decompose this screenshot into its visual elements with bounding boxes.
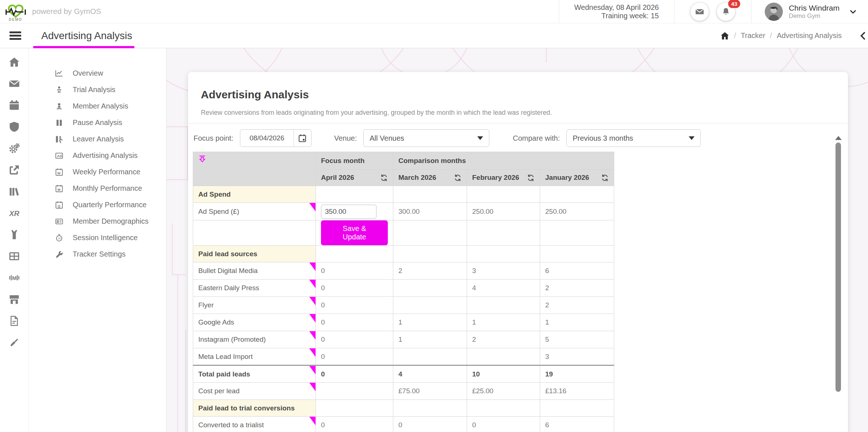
calendar-icon[interactable] <box>0 94 28 116</box>
value-cell <box>540 400 614 417</box>
sidebar-item-advertising-analysis[interactable]: AdAdvertising Analysis <box>29 147 166 164</box>
notifications-button[interactable]: 43 <box>717 3 735 21</box>
sidebar-item-overview[interactable]: Overview <box>29 65 166 82</box>
refresh-icon[interactable] <box>380 174 388 182</box>
sidebar-item-tracker-settings[interactable]: Tracker Settings <box>29 246 166 262</box>
focus-value-cell: Save & Update <box>316 220 393 246</box>
library-icon[interactable] <box>0 181 28 202</box>
comparison-months-group-header: Comparison months <box>393 152 614 170</box>
table-row: Total paid leads041019 <box>193 365 614 383</box>
focus-date-input[interactable]: 08/04/2026 <box>240 129 311 147</box>
sidebar-item-quarterly-performance[interactable]: QQuarterly Performance <box>29 197 166 213</box>
brand: DEMO powered by GymOS <box>0 1 101 22</box>
breadcrumb-tracker[interactable]: Tracker <box>741 31 765 40</box>
chevron-down-icon <box>849 8 857 16</box>
sidebar-item-leaver-analysis[interactable]: Leaver Analysis <box>29 131 166 147</box>
documents-icon[interactable] <box>0 310 28 331</box>
month-header-march: March 2026 <box>393 170 467 186</box>
save-update-button[interactable]: Save & Update <box>321 220 388 245</box>
table-row: Ad Spend (£)300.00250.00250.00 <box>193 203 614 220</box>
sidebar-item-label: Monthly Performance <box>73 184 142 193</box>
compare-with-select[interactable]: Previous 3 months <box>566 129 701 147</box>
tools-icon[interactable] <box>0 331 28 353</box>
sidebar-item-label: Weekly Performance <box>73 168 140 176</box>
value-cell: 6 <box>540 417 614 432</box>
ad-spend-input[interactable] <box>321 205 376 219</box>
row-label-cell: Meta Lead Import <box>193 348 316 365</box>
home-icon[interactable] <box>720 31 729 40</box>
scroll-up-arrow-icon[interactable] <box>835 136 842 140</box>
calendar-picker-button[interactable] <box>294 130 311 147</box>
venue-selected-value: All Venues <box>370 134 404 143</box>
value-cell: 2 <box>467 331 540 348</box>
date-block: Wednesday, 08 April 2026 Training week: … <box>559 3 674 20</box>
leaver-icon <box>55 135 64 143</box>
value-cell <box>393 297 467 314</box>
venue-label: Venue: <box>334 134 357 143</box>
heart-rate-icon[interactable]: M <box>0 267 28 288</box>
value-cell: 2 <box>393 262 467 280</box>
pin-column-icon[interactable] <box>198 155 310 163</box>
sidebar-item-monthly-performance[interactable]: MMonthly Performance <box>29 180 166 197</box>
value-cell <box>467 348 540 365</box>
user-name: Chris Windram <box>789 3 840 12</box>
shop-icon[interactable] <box>0 288 28 310</box>
table-row: Bullet Digital Media0236 <box>193 262 614 280</box>
section-header-cell: Ad Spend <box>193 186 316 203</box>
home-icon[interactable] <box>0 51 28 73</box>
section-row: Paid lead to trial conversions <box>193 400 614 417</box>
venue-select[interactable]: All Venues <box>363 129 489 147</box>
value-cell: 0 <box>316 365 393 383</box>
row-label-cell: Eastern Daily Press <box>193 280 316 297</box>
demographics-icon <box>55 217 64 226</box>
sidebar-item-pause-analysis[interactable]: Pause Analysis <box>29 114 166 131</box>
sidebar-item-label: Pause Analysis <box>73 118 122 127</box>
row-label-cell: Ad Spend (£) <box>193 203 316 220</box>
messages-icon[interactable] <box>0 73 28 94</box>
planner-icon[interactable] <box>0 245 28 267</box>
user-menu[interactable]: Chris Windram Demo Gym <box>752 0 868 23</box>
collapse-panel-icon[interactable] <box>859 31 868 41</box>
value-cell <box>540 186 614 203</box>
share-icon[interactable] <box>0 159 28 181</box>
focus-date-value[interactable]: 08/04/2026 <box>240 130 294 147</box>
table-row: Save & Update <box>193 220 614 246</box>
svg-text:M: M <box>57 187 60 191</box>
hamburger-menu-icon[interactable] <box>9 30 21 42</box>
refresh-icon[interactable] <box>454 174 462 182</box>
comment-marker-icon <box>309 280 316 288</box>
refresh-icon[interactable] <box>527 174 535 182</box>
refresh-icon[interactable] <box>601 174 609 182</box>
settings-icon[interactable] <box>0 137 28 159</box>
quarterly-icon: Q <box>55 201 64 209</box>
topbar-right: Wednesday, 08 April 2026 Training week: … <box>559 0 868 23</box>
value-cell <box>393 220 467 246</box>
month-header-april: April 2026 <box>316 170 393 186</box>
messages-button[interactable] <box>691 3 709 21</box>
value-cell: 4 <box>393 365 467 383</box>
scrollbar-thumb[interactable] <box>836 143 841 392</box>
weekly-icon: W <box>55 168 64 176</box>
notification-area: 43 <box>674 0 751 23</box>
vertical-scrollbar[interactable] <box>836 136 841 432</box>
sidebar-item-member-demographics[interactable]: Member Demographics <box>29 213 166 230</box>
comment-marker-icon <box>309 297 316 305</box>
shield-icon[interactable] <box>0 116 28 137</box>
sidebar-item-trial-analysis[interactable]: Trial Analysis <box>29 82 166 98</box>
sidebar-item-member-analysis[interactable]: Member Analysis <box>29 98 166 114</box>
page-title: Advertising Analysis <box>41 30 132 42</box>
session-icon: 20 <box>55 234 64 242</box>
value-cell: 2 <box>540 297 614 314</box>
value-cell: 1 <box>393 331 467 348</box>
xr-icon[interactable]: XR <box>0 202 28 224</box>
card-title: Advertising Analysis <box>188 79 848 101</box>
sidebar-item-weekly-performance[interactable]: WWeekly Performance <box>29 164 166 180</box>
value-cell <box>316 383 393 400</box>
sidebar-item-label: Member Demographics <box>73 217 149 226</box>
value-cell <box>540 220 614 246</box>
sidebar-item-session-intelligence[interactable]: 20Session Intelligence <box>29 230 166 246</box>
section-header-cell: Paid lead to trial conversions <box>193 400 316 417</box>
apparel-icon[interactable] <box>0 224 28 245</box>
value-cell <box>393 348 467 365</box>
content-area: Advertising Analysis Review conversions … <box>167 48 868 432</box>
